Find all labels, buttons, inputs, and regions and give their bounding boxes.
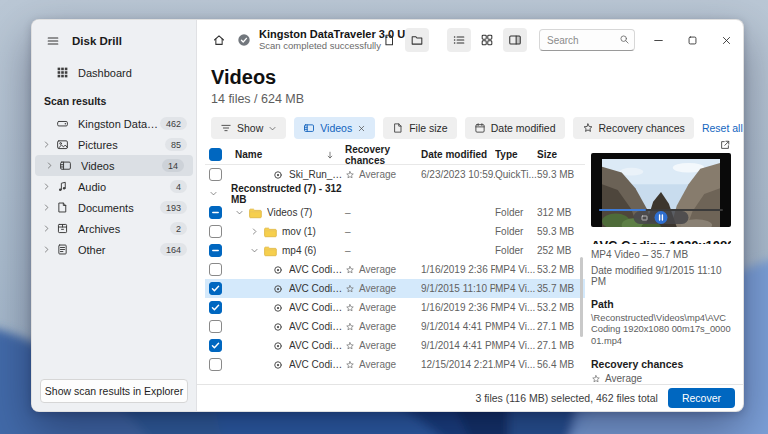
row-checkbox[interactable]: [209, 244, 222, 257]
row-checkbox[interactable]: [209, 358, 222, 371]
frame-capture-icon[interactable]: [641, 214, 649, 222]
filter-chip-videos[interactable]: Videos: [294, 117, 375, 139]
file-row[interactable]: Ski_Run_Rear_Vi...Average6/23/2023 10:59…: [205, 165, 585, 184]
chevron-down-icon[interactable]: [235, 208, 244, 217]
chip-close-icon[interactable]: [357, 124, 366, 133]
chevron-right-icon[interactable]: [42, 224, 51, 233]
row-recovery-cell: –: [345, 226, 421, 237]
column-header-date[interactable]: Date modified: [421, 149, 495, 160]
folder-row[interactable]: Videos (7)–Folder312 MB: [205, 203, 585, 222]
group-row[interactable]: Reconstructed (7) - 312 MB: [205, 184, 585, 203]
page-header: Videos 14 files / 624 MB Show VideosFile…: [197, 60, 743, 139]
filter-chip-date-modified[interactable]: Date modified: [465, 117, 565, 139]
maximize-button[interactable]: [675, 20, 709, 60]
list-view-button[interactable]: [447, 28, 471, 52]
close-icon: [721, 35, 732, 46]
row-checkbox[interactable]: [209, 282, 222, 295]
sidebar-item-label: Pictures: [78, 139, 165, 151]
sidebar-item-documents[interactable]: Documents193: [32, 197, 196, 218]
column-header-size[interactable]: Size: [537, 149, 585, 160]
chevron-right-icon[interactable]: [42, 182, 51, 191]
file-row[interactable]: AVC Coding 1920...Average9/1/2015 11:10 …: [205, 279, 585, 298]
row-check-cell: [205, 358, 231, 371]
folder-row[interactable]: mp4 (6)–Folder252 MB: [205, 241, 585, 260]
file-name: AVC Coding 1920...: [289, 302, 345, 313]
chevron-right-icon[interactable]: [42, 140, 51, 149]
file-row[interactable]: AVC Coding 1920...Average1/16/2019 2:36 …: [205, 260, 585, 279]
selection-status: 3 files (116 MB) selected, 462 files tot…: [475, 392, 657, 404]
row-check-cell: [205, 320, 231, 333]
preview-file-meta: MP4 Video – 35.7 MB: [591, 249, 731, 260]
sidebar-item-other[interactable]: Other164: [32, 239, 196, 260]
file-row[interactable]: AVC Coding 1920...Average12/15/2014 2:21…: [205, 355, 585, 374]
filter-chip-file-size[interactable]: File size: [383, 117, 457, 139]
sidebar-item-videos[interactable]: Videos14: [35, 155, 193, 176]
minimize-button[interactable]: [641, 20, 675, 60]
sidebar-item-pictures[interactable]: Pictures85: [32, 134, 196, 155]
sidebar-item-archives[interactable]: Archives2: [32, 218, 196, 239]
file-table: Name Recovery chances Date modified Type…: [197, 139, 585, 384]
sidebar-item-audio[interactable]: Audio4: [32, 176, 196, 197]
stop-button[interactable]: [674, 214, 682, 222]
file-row[interactable]: AVC Coding 1920...Average1/16/2019 2:36 …: [205, 298, 585, 317]
star-icon: [345, 265, 355, 275]
hamburger-menu-button[interactable]: [44, 32, 62, 50]
filter-chip-recovery-chances[interactable]: Recovery chances: [573, 117, 694, 139]
open-external-icon[interactable]: [719, 139, 731, 151]
preview-panel-button[interactable]: [503, 28, 527, 52]
page-subtitle: 14 files / 624 MB: [211, 91, 729, 108]
dashboard-icon: [56, 66, 69, 79]
folder-icon: [248, 206, 262, 220]
chevron-right-icon[interactable]: [45, 161, 54, 170]
sort-down-icon[interactable]: [325, 150, 335, 160]
file-size-icon: [392, 122, 404, 134]
file-row[interactable]: AVC Coding 1920...Average9/1/2014 4:41 P…: [205, 336, 585, 355]
row-type-cell: MP4 Vi...: [495, 340, 537, 351]
row-checkbox[interactable]: [209, 206, 222, 219]
row-checkbox[interactable]: [209, 320, 222, 333]
chevron-down-icon[interactable]: [250, 246, 259, 255]
grid-view-button[interactable]: [475, 28, 499, 52]
chevron-right-icon[interactable]: [42, 203, 51, 212]
chevron-right-icon[interactable]: [250, 227, 259, 236]
row-check-cell: [205, 301, 231, 314]
sidebar-item-dashboard[interactable]: Dashboard: [32, 62, 196, 83]
row-date-cell: 12/15/2014 2:21...: [421, 359, 495, 370]
row-date-cell: 1/16/2019 2:36 PM: [421, 302, 495, 313]
recovery-chance-text: Average: [359, 169, 396, 180]
file-row[interactable]: AVC Coding 1920...Average9/1/2014 4:41 P…: [205, 317, 585, 336]
close-button[interactable]: [709, 20, 743, 60]
sidebar-items: Kingston DataTraveler 3...462Pictures85V…: [32, 113, 196, 260]
row-date-cell: 9/1/2014 4:41 PM: [421, 340, 495, 351]
folder-row[interactable]: mov (1)–Folder59.3 MB: [205, 222, 585, 241]
pause-button[interactable]: [655, 211, 668, 224]
row-checkbox[interactable]: [209, 263, 222, 276]
column-header-recovery[interactable]: Recovery chances: [345, 144, 421, 166]
chevron-right-icon[interactable]: [42, 245, 51, 254]
sidebar-item-kingston-datatraveler-3[interactable]: Kingston DataTraveler 3...462: [32, 113, 196, 134]
row-type-cell: MP4 Vi...: [495, 359, 537, 370]
column-header-type[interactable]: Type: [495, 149, 537, 160]
new-file-button[interactable]: [377, 28, 401, 52]
folder-view-button[interactable]: [405, 28, 429, 52]
row-checkbox[interactable]: [209, 301, 222, 314]
chevron-down-icon[interactable]: [209, 189, 218, 198]
reset-all-link[interactable]: Reset all: [702, 122, 743, 134]
file-name: Videos (7): [267, 207, 312, 218]
preview-path-label: Path: [591, 298, 731, 310]
pictures-icon: [56, 138, 69, 151]
recover-button[interactable]: Recover: [668, 388, 735, 408]
row-type-cell: MP4 Vi...: [495, 302, 537, 313]
row-checkbox[interactable]: [209, 225, 222, 238]
row-checkbox[interactable]: [209, 339, 222, 352]
select-all-checkbox[interactable]: [209, 148, 222, 161]
device-title: Kingston DataTraveler 3.0 USB: [259, 28, 377, 41]
table-scrollbar[interactable]: [580, 257, 583, 337]
home-button[interactable]: [207, 28, 231, 52]
column-header-name[interactable]: Name: [235, 149, 262, 160]
row-checkbox[interactable]: [209, 168, 222, 181]
chip-label: Date modified: [491, 122, 556, 134]
show-in-explorer-button[interactable]: Show scan results in Explorer: [40, 379, 188, 403]
show-filter-dropdown[interactable]: Show: [211, 117, 286, 139]
preview-path-value: \Reconstructed\Videos\mp4\AVC Coding 192…: [591, 313, 731, 348]
